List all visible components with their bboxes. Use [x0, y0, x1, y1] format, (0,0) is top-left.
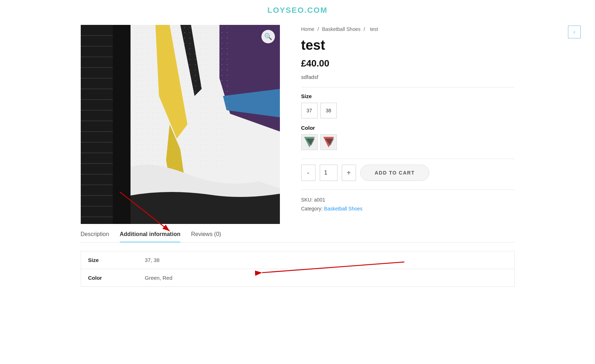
size-btn-37[interactable]: 37 [301, 103, 318, 118]
back-chevron-icon: ‹ [573, 29, 575, 35]
size-attribute-value: 37, 38 [138, 251, 514, 269]
sku-value: a001 [314, 197, 325, 203]
svg-rect-0 [81, 25, 113, 224]
site-logo: LOYSEO.COM [267, 6, 328, 15]
color-label: Color [301, 125, 515, 131]
divider-2 [301, 159, 515, 159]
sku-row: SKU: a001 [301, 196, 515, 204]
product-image-container: 🔍 [81, 25, 280, 224]
breadcrumb-category[interactable]: Basketball Shoes [322, 26, 361, 32]
qty-increase-button[interactable]: + [342, 165, 356, 181]
add-to-cart-button[interactable]: ADD TO CART [360, 165, 430, 181]
color-swatch-green[interactable] [301, 134, 318, 150]
tab-additional-info[interactable]: Additional information [120, 231, 181, 242]
table-row: Color Green, Red [81, 269, 514, 287]
tabs-section: Description Additional information Revie… [67, 231, 529, 308]
breadcrumb-sep2: / [364, 26, 367, 32]
add-to-cart-row: - + ADD TO CART [301, 165, 515, 181]
size-options: 37 38 [301, 103, 515, 118]
product-info-col: ‹ Home / Basketball Shoes / test test £4… [301, 25, 515, 224]
color-attribute-value: Green, Red [138, 269, 514, 287]
breadcrumb-sep1: / [318, 26, 320, 32]
qty-decrease-button[interactable]: - [301, 165, 315, 181]
sku-label: SKU: [301, 197, 313, 203]
color-options [301, 134, 515, 150]
breadcrumb-current: test [370, 26, 378, 32]
tab-description[interactable]: Description [81, 231, 109, 242]
product-meta: SKU: a001 Category: Basketball Shoes [301, 196, 515, 213]
svg-rect-19 [113, 25, 131, 224]
product-description: sdfadsf [301, 74, 515, 80]
divider-3 [301, 189, 515, 190]
breadcrumb: Home / Basketball Shoes / test [301, 26, 515, 32]
color-swatch-red[interactable] [320, 134, 337, 150]
product-image [81, 25, 280, 224]
size-btn-38[interactable]: 38 [320, 103, 337, 118]
site-header: LOYSEO.COM [0, 0, 595, 18]
size-attribute-label: Size [81, 251, 138, 269]
qty-input[interactable] [320, 165, 338, 181]
product-title: test [301, 38, 515, 53]
divider-1 [301, 87, 515, 87]
info-table: Size 37, 38 [81, 251, 515, 287]
product-image-col: 🔍 [81, 25, 280, 224]
zoom-symbol: 🔍 [264, 33, 272, 41]
content-area: 🔍 ‹ Home / Basketball Shoes / test test … [67, 18, 529, 231]
category-link[interactable]: Basketball Shoes [324, 206, 362, 212]
table-row: Size 37, 38 [81, 251, 514, 269]
tabs-nav: Description Additional information Revie… [81, 231, 515, 242]
nav-back-button[interactable]: ‹ [568, 26, 581, 38]
category-label: Category: [301, 206, 323, 212]
product-price: £40.00 [301, 58, 515, 69]
zoom-icon[interactable]: 🔍 [261, 30, 275, 43]
tab-content: Size 37, 38 [81, 242, 515, 287]
size-label: Size [301, 93, 515, 99]
tab-reviews[interactable]: Reviews (0) [191, 231, 221, 242]
color-attribute-label: Color [81, 269, 138, 287]
svg-rect-22 [131, 25, 230, 167]
category-row: Category: Basketball Shoes [301, 204, 515, 213]
breadcrumb-home[interactable]: Home [301, 26, 314, 32]
